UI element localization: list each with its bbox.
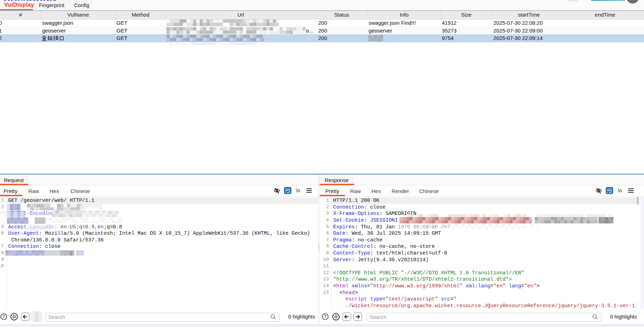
svg-text:?: ? (324, 315, 326, 319)
svg-text:?: ? (2, 315, 5, 319)
